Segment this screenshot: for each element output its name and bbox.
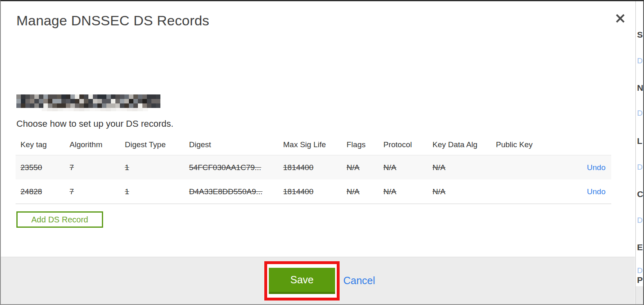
background-text-fragment: D (637, 266, 643, 275)
cell-algorithm: 7 (70, 187, 125, 196)
close-x-glyph (615, 13, 626, 24)
cell-digest: 54FCF030AA1C79... (189, 163, 283, 172)
background-text-fragment: D (637, 163, 643, 172)
background-text-fragment: L (637, 136, 642, 146)
background-page-strip: SDNDLDCDEDP (635, 1, 643, 304)
background-text-fragment: D (637, 56, 643, 65)
column-header-flags: Flags (347, 140, 383, 149)
background-text-fragment: D (637, 109, 643, 118)
ds-records-table: Key tagAlgorithmDigest TypeDigestMax Sig… (16, 134, 611, 204)
redacted-domain-name (16, 94, 160, 108)
background-page-footer (636, 286, 643, 304)
undo-link[interactable]: Undo (587, 163, 606, 172)
background-text-fragment: D (637, 216, 643, 225)
table-header-row: Key tagAlgorithmDigest TypeDigestMax Sig… (16, 134, 611, 155)
background-text-fragment: C (637, 189, 643, 199)
table-body: 235507154FCF030AA1C79...1814400N/AN/AN/A… (16, 155, 611, 204)
cell-digest-type: 1 (125, 163, 189, 172)
undo-link[interactable]: Undo (587, 187, 606, 196)
cancel-link[interactable]: Cancel (343, 275, 375, 287)
cell-flags: N/A (347, 187, 383, 196)
cell-max-sig-life: 1814400 (283, 163, 347, 172)
column-header-public-key: Public Key (496, 140, 557, 149)
table-row: 235507154FCF030AA1C79...1814400N/AN/AN/A… (16, 155, 611, 179)
add-ds-record-button[interactable]: Add DS Record (16, 211, 103, 228)
cell-key-data-alg: N/A (432, 187, 496, 196)
cell-protocol: N/A (383, 163, 432, 172)
redacted-domain-artifact (42, 108, 148, 111)
background-text-fragment: S (637, 30, 643, 40)
column-header-digest-type: Digest Type (125, 140, 189, 149)
annotation-highlight-box: Save (264, 261, 340, 301)
background-text-fragment: N (637, 83, 643, 93)
column-header-protocol: Protocol (383, 140, 432, 149)
dnssec-modal-window: Manage DNSSEC DS Records Choose how to s… (0, 0, 644, 305)
cell-flags: N/A (347, 163, 383, 172)
background-text-fragment: P (637, 275, 643, 285)
column-header-algorithm: Algorithm (70, 140, 125, 149)
close-icon[interactable] (614, 12, 627, 25)
cell-max-sig-life: 1814400 (283, 187, 347, 196)
save-button[interactable]: Save (269, 268, 335, 294)
cell-algorithm: 7 (70, 163, 125, 172)
column-header-max-sig-life: Max Sig Life (283, 140, 347, 149)
undo-cell: Undo (557, 187, 611, 196)
modal-footer: Save Cancel (1, 257, 635, 304)
cell-digest-type: 1 (125, 187, 189, 196)
page-title: Manage DNSSEC DS Records (16, 13, 209, 29)
table-row: 2482871D4A33E8DD550A9...1814400N/AN/AN/A… (16, 179, 611, 204)
column-header-key-data-alg: Key Data Alg (432, 140, 496, 149)
column-header-key-tag: Key tag (20, 140, 70, 149)
cell-key-data-alg: N/A (432, 163, 496, 172)
undo-cell: Undo (557, 163, 611, 172)
column-header-digest: Digest (189, 140, 283, 149)
cell-digest: D4A33E8DD550A9... (189, 187, 283, 196)
cell-key-tag: 23550 (20, 163, 70, 172)
cell-protocol: N/A (383, 187, 432, 196)
cell-key-tag: 24828 (20, 187, 70, 196)
background-text-fragment: E (637, 242, 643, 252)
instruction-text: Choose how to set up your DS records. (16, 119, 173, 129)
